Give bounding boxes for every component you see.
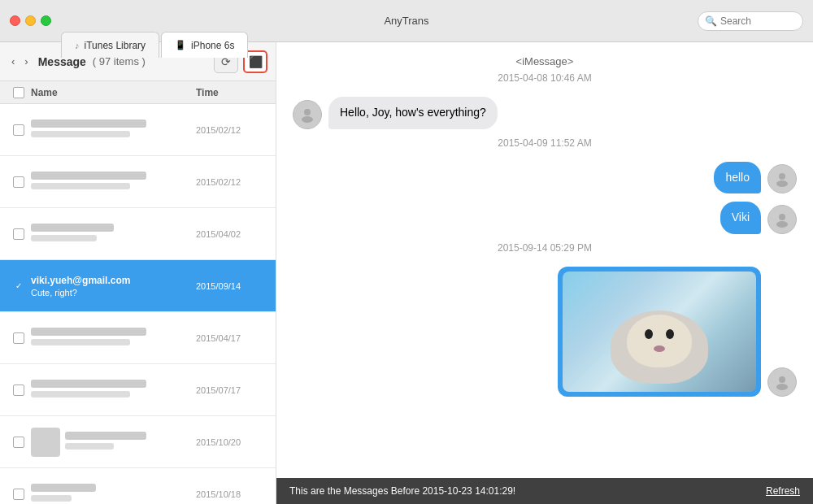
- chat-messages: <iMessage> 2015-04-08 10:46 AM Hello, Jo…: [276, 42, 813, 504]
- refresh-button[interactable]: Refresh: [766, 485, 800, 497]
- header-checkbox[interactable]: [13, 87, 24, 98]
- chat-timestamp: 2015-04-08 10:46 AM: [293, 72, 797, 84]
- svg-point-1: [302, 116, 313, 123]
- list-item[interactable]: 2015/02/12: [0, 104, 276, 156]
- list-item[interactable]: 2015/02/12: [0, 156, 276, 208]
- seal-eye-right: [666, 329, 674, 339]
- fullscreen-button[interactable]: [41, 15, 51, 26]
- status-bar: This are the Messages Before 2015-10-23 …: [276, 478, 813, 504]
- nav-forward-button[interactable]: ›: [21, 54, 31, 69]
- svg-point-2: [779, 173, 785, 180]
- list-item-selected[interactable]: ✓ viki.yueh@gmail.com Cute, right? 2015/…: [0, 260, 276, 312]
- svg-point-5: [776, 221, 788, 228]
- tab-iphone-label: iPhone 6s: [191, 40, 234, 51]
- nav-back-button[interactable]: ‹: [8, 54, 18, 69]
- blurred-name: [31, 224, 114, 232]
- search-bar[interactable]: 🔍: [698, 11, 803, 31]
- item-content: [31, 328, 196, 349]
- seal-eye-left: [645, 329, 653, 339]
- list-item[interactable]: 2015/10/18: [0, 468, 276, 504]
- seal-face: [627, 315, 692, 367]
- name-column-header: Name: [31, 87, 196, 98]
- main-area: ‹ › Message ( 97 items ) ⟳ ⬛ Name Time: [0, 42, 813, 504]
- message-time: 2015/07/17: [196, 385, 269, 395]
- list-item[interactable]: 2015/10/20: [0, 416, 276, 468]
- column-headers: Name Time: [0, 81, 276, 104]
- item-checkbox-2[interactable]: [7, 176, 31, 188]
- checkbox[interactable]: ✓: [13, 280, 24, 292]
- svg-point-4: [779, 214, 785, 220]
- item-content: [31, 428, 196, 457]
- list-item[interactable]: 2015/04/17: [0, 312, 276, 364]
- list-item[interactable]: 2015/07/17: [0, 364, 276, 416]
- message-time: 2015/04/02: [196, 229, 269, 239]
- message-time: 2015/02/12: [196, 177, 269, 187]
- blurred-name: [65, 432, 146, 440]
- message-time: 2015/04/17: [196, 333, 269, 343]
- message-list[interactable]: 2015/02/12 2015/02/12: [0, 104, 276, 504]
- item-content: [31, 224, 196, 245]
- message-preview: Cute, right?: [31, 288, 196, 298]
- message-time: 2015/02/12: [196, 125, 269, 135]
- list-item[interactable]: 2015/04/02: [0, 208, 276, 260]
- blurred-name: [31, 484, 96, 492]
- item-checkbox-6[interactable]: [7, 385, 31, 396]
- sidebar: ‹ › Message ( 97 items ) ⟳ ⬛ Name Time: [0, 42, 276, 504]
- item-checkbox-3[interactable]: [7, 228, 31, 240]
- status-message: This are the Messages Before 2015-10-23 …: [289, 485, 515, 497]
- thread-label: <iMessage>: [293, 55, 797, 67]
- search-input[interactable]: [720, 15, 796, 27]
- item-content: viki.yueh@gmail.com Cute, right?: [31, 275, 196, 298]
- blurred-preview: [31, 131, 130, 137]
- checkbox[interactable]: [13, 176, 24, 188]
- export-icon: ⬛: [249, 55, 263, 68]
- checkbox[interactable]: [13, 332, 24, 344]
- titlebar: ♪ iTunes Library 📱 iPhone 6s AnyTrans 🔍: [0, 0, 813, 42]
- tab-itunes-label: iTunes Library: [85, 40, 146, 51]
- checkbox[interactable]: [13, 489, 24, 500]
- seal-nose: [654, 345, 665, 352]
- item-checkbox-4[interactable]: ✓: [7, 280, 31, 292]
- blurred-preview: [65, 443, 114, 450]
- image-content: [563, 272, 756, 392]
- incoming-message-row: Hello, Joy, how's everything?: [293, 97, 797, 129]
- select-all-checkbox[interactable]: [7, 87, 31, 98]
- avatar: [767, 367, 797, 397]
- item-checkbox-8[interactable]: [7, 489, 31, 500]
- minimize-button[interactable]: [25, 15, 36, 26]
- tab-itunes[interactable]: ♪ iTunes Library: [61, 32, 159, 58]
- close-button[interactable]: [10, 15, 20, 26]
- avatar: [767, 205, 797, 234]
- image-bubble: [558, 267, 761, 397]
- avatar: [767, 164, 797, 193]
- nav-arrows: ‹ ›: [8, 54, 32, 69]
- svg-point-0: [304, 109, 311, 115]
- checkbox[interactable]: [13, 228, 24, 240]
- chat-timestamp: 2015-09-14 05:29 PM: [293, 242, 797, 254]
- checkbox[interactable]: [13, 124, 24, 136]
- chat-timestamp: 2015-04-09 11:52 AM: [293, 137, 797, 149]
- blurred-name: [31, 380, 146, 388]
- blurred-name: [31, 119, 146, 128]
- blurred-name: [31, 172, 146, 180]
- avatar: [293, 100, 322, 129]
- checkbox[interactable]: [13, 385, 24, 396]
- blurred-preview: [31, 235, 97, 241]
- outgoing-image-row: [293, 267, 797, 397]
- item-checkbox-1[interactable]: [7, 124, 31, 136]
- item-checkbox-7[interactable]: [7, 437, 31, 448]
- tab-iphone[interactable]: 📱 iPhone 6s: [161, 32, 248, 58]
- checkbox[interactable]: [13, 437, 24, 448]
- item-checkbox-5[interactable]: [7, 332, 31, 344]
- svg-point-3: [776, 180, 788, 187]
- outgoing-message-row-2: Viki: [293, 202, 797, 234]
- item-content: [31, 380, 196, 401]
- blurred-preview: [31, 495, 72, 502]
- item-content: [31, 119, 196, 141]
- blurred-name: [31, 328, 146, 336]
- contact-avatar: [31, 428, 60, 457]
- phone-icon: 📱: [175, 40, 186, 50]
- blurred-preview: [31, 391, 130, 398]
- item-content: [31, 484, 196, 505]
- message-bubble: Hello, Joy, how's everything?: [328, 97, 498, 129]
